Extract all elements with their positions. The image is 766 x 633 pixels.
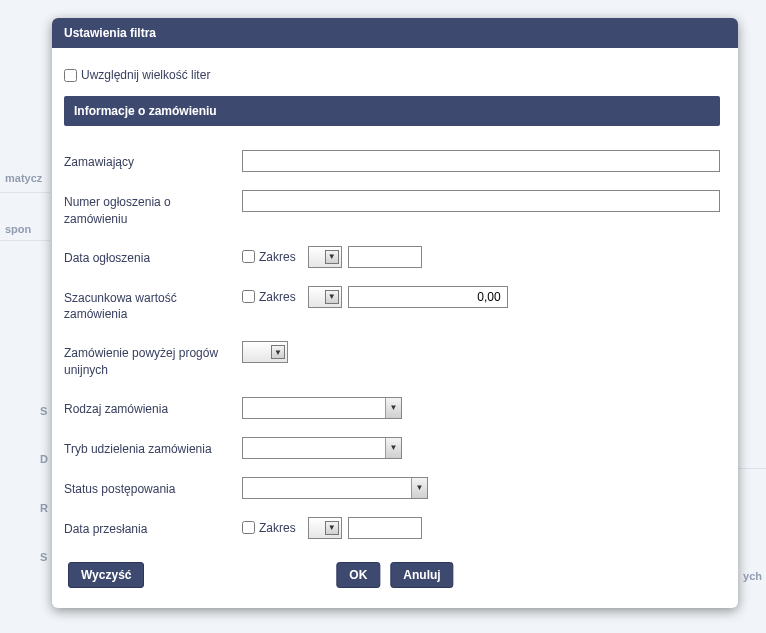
operator-select-data-ogloszenia[interactable]: ▼ bbox=[308, 246, 342, 268]
input-szacunkowa[interactable] bbox=[348, 286, 508, 308]
row-tryb: Tryb udzielenia zamówienia ▼ bbox=[64, 437, 720, 459]
select-progi[interactable]: ▼ bbox=[242, 341, 288, 363]
filter-settings-dialog: Ustawienia filtra Uwzględnij wielkość li… bbox=[52, 18, 738, 608]
zakres-szacunkowa[interactable]: Zakres bbox=[242, 290, 296, 304]
dialog-footer: Wyczyść OK Anuluj bbox=[64, 552, 726, 604]
label-data-przeslania: Data przesłania bbox=[64, 517, 242, 538]
row-rodzaj: Rodzaj zamówienia ▼ bbox=[64, 397, 720, 419]
select-rodzaj[interactable]: ▼ bbox=[242, 397, 402, 419]
row-data-ogloszenia: Data ogłoszenia Zakres ▼ bbox=[64, 246, 720, 268]
chevron-down-icon: ▼ bbox=[385, 398, 401, 418]
row-status: Status postępowania ▼ bbox=[64, 477, 720, 499]
row-szacunkowa: Szacunkowa wartość zamówienia Zakres ▼ bbox=[64, 286, 720, 324]
clear-button[interactable]: Wyczyść bbox=[68, 562, 144, 588]
zakres-checkbox-data-przeslania[interactable] bbox=[242, 521, 255, 534]
zakres-data-ogloszenia[interactable]: Zakres bbox=[242, 250, 296, 264]
row-data-przeslania: Data przesłania Zakres ▼ bbox=[64, 517, 720, 539]
select-status[interactable]: ▼ bbox=[242, 477, 428, 499]
section-order-info: Informacje o zamówieniu bbox=[64, 96, 720, 126]
row-numer: Numer ogłoszenia o zamówieniu bbox=[64, 190, 720, 228]
chevron-down-icon: ▼ bbox=[271, 345, 285, 359]
row-progi: Zamówienie powyżej progów unijnych ▼ bbox=[64, 341, 720, 379]
case-sensitive-label: Uwzględnij wielkość liter bbox=[81, 68, 210, 82]
select-tryb[interactable]: ▼ bbox=[242, 437, 402, 459]
label-status: Status postępowania bbox=[64, 477, 242, 498]
operator-select-data-przeslania[interactable]: ▼ bbox=[308, 517, 342, 539]
input-data-ogloszenia[interactable] bbox=[348, 246, 422, 268]
label-rodzaj: Rodzaj zamówienia bbox=[64, 397, 242, 418]
case-sensitive-checkbox-row[interactable]: Uwzględnij wielkość liter bbox=[64, 68, 720, 82]
dialog-title: Ustawienia filtra bbox=[52, 18, 738, 48]
ok-button[interactable]: OK bbox=[336, 562, 380, 588]
zakres-checkbox-szacunkowa[interactable] bbox=[242, 290, 255, 303]
row-zamawiajacy: Zamawiający bbox=[64, 150, 720, 172]
input-zamawiajacy[interactable] bbox=[242, 150, 720, 172]
chevron-down-icon: ▼ bbox=[411, 478, 427, 498]
zakres-data-przeslania[interactable]: Zakres bbox=[242, 521, 296, 535]
cancel-button[interactable]: Anuluj bbox=[390, 562, 453, 588]
label-data-ogloszenia: Data ogłoszenia bbox=[64, 246, 242, 267]
case-sensitive-checkbox[interactable] bbox=[64, 69, 77, 82]
chevron-down-icon: ▼ bbox=[385, 438, 401, 458]
label-progi: Zamówienie powyżej progów unijnych bbox=[64, 341, 242, 379]
zakres-checkbox-data-ogloszenia[interactable] bbox=[242, 250, 255, 263]
chevron-down-icon: ▼ bbox=[325, 521, 339, 535]
label-numer: Numer ogłoszenia o zamówieniu bbox=[64, 190, 242, 228]
chevron-down-icon: ▼ bbox=[325, 290, 339, 304]
input-numer[interactable] bbox=[242, 190, 720, 212]
dialog-scroll-area[interactable]: Uwzględnij wielkość liter Informacje o z… bbox=[64, 62, 726, 552]
label-zamawiajacy: Zamawiający bbox=[64, 150, 242, 171]
label-szacunkowa: Szacunkowa wartość zamówienia bbox=[64, 286, 242, 324]
label-tryb: Tryb udzielenia zamówienia bbox=[64, 437, 242, 458]
input-data-przeslania[interactable] bbox=[348, 517, 422, 539]
operator-select-szacunkowa[interactable]: ▼ bbox=[308, 286, 342, 308]
chevron-down-icon: ▼ bbox=[325, 250, 339, 264]
